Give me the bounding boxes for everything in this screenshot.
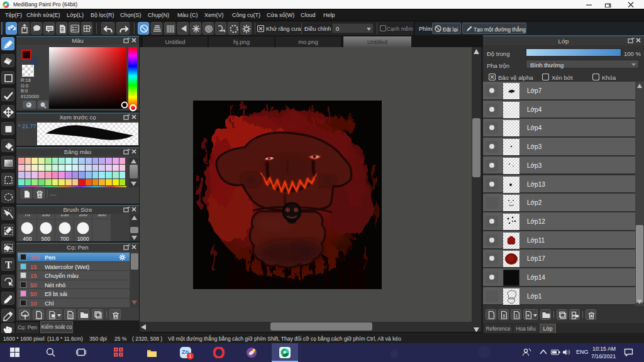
svg-text:8: 8 xyxy=(503,314,506,318)
svg-text:S: S xyxy=(69,313,72,319)
svg-text:1: 1 xyxy=(516,314,518,318)
svg-text:T: T xyxy=(5,260,12,270)
